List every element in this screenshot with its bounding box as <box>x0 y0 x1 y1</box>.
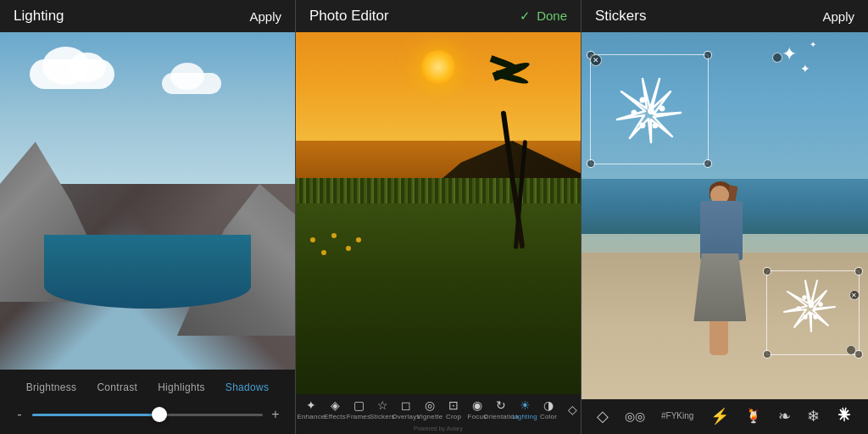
orientation-icon: ↻ <box>496 399 506 411</box>
flower-3 <box>331 233 337 238</box>
slider-fill <box>32 414 159 416</box>
cloud-2 <box>162 73 221 94</box>
effects-label: Effects <box>324 413 346 420</box>
sharpen-icon: ◇ <box>568 403 577 415</box>
beach2-sky <box>581 32 868 198</box>
stickers-icon: ☆ <box>377 399 388 411</box>
palm-area <box>487 50 538 249</box>
slider-row: - + <box>0 407 295 422</box>
vignette-label: Vignette <box>417 413 443 420</box>
sticker-tool-glasses[interactable]: ◎◎ <box>625 410 645 422</box>
tool-crop[interactable]: ⊡ Crop <box>442 399 465 420</box>
vignette-icon: ◎ <box>425 399 435 411</box>
photo-editor-header: Photo Editor ✓ Done <box>296 0 581 32</box>
tool-color[interactable]: ◑ Color <box>537 399 560 420</box>
slider-thumb[interactable] <box>152 407 167 422</box>
editor-toolbar: ✦ Enhance ◈ Effects ▢ Frames ☆ Stickers … <box>296 394 581 424</box>
stickers-header: Stickers Apply <box>581 0 868 32</box>
stickers-title: Stickers <box>595 8 646 25</box>
color-icon: ◑ <box>543 399 554 411</box>
lighting-header: Lighting Apply <box>0 0 295 32</box>
adjustment-tabs: Brightness Contrast Highlights Shadows <box>0 378 295 397</box>
tool-enhance[interactable]: ✦ Enhance <box>299 399 323 420</box>
overlays-icon: ◻ <box>401 399 411 411</box>
sticker-tool-hashtag[interactable]: #FYKing <box>661 412 693 420</box>
flower-4 <box>346 246 351 251</box>
crop-label: Crop <box>446 413 461 420</box>
lighting-apply-button[interactable]: Apply <box>249 9 281 24</box>
lighting-photo <box>0 32 295 370</box>
lighting-label-tool: Lighting <box>512 413 537 420</box>
tool-lighting[interactable]: ☀ Lighting <box>513 399 537 420</box>
lighting-panel: Lighting Apply Brightness Contrast Highl… <box>0 0 295 434</box>
flower-5 <box>356 237 361 242</box>
photo-editor-panel: Photo Editor ✓ Done <box>295 0 581 434</box>
frames-label: Frames <box>347 413 370 420</box>
person-body <box>700 201 743 260</box>
flowers-area <box>296 224 438 267</box>
fjord-background <box>0 32 295 370</box>
stickers-panel: Stickers Apply <box>581 0 868 434</box>
done-checkmark-icon: ✓ <box>520 8 531 23</box>
stickers-photo: ✦ ✦ ✦ ✕ <box>581 32 868 399</box>
beach-photo <box>296 32 581 394</box>
sticker-tool-cocktail[interactable]: 🍹 <box>745 409 762 423</box>
frames-icon: ▢ <box>353 399 364 411</box>
lighting-controls: Brightness Contrast Highlights Shadows -… <box>0 370 295 434</box>
sticker-toolbar: ◇ ◎◎ #FYKing ⚡ 🍹 ❧ ❄ <box>581 399 868 434</box>
tool-vignette[interactable]: ◎ Vignette <box>418 399 442 420</box>
tool-effects[interactable]: ◈ Effects <box>323 399 347 420</box>
tab-shadows[interactable]: Shadows <box>215 378 279 397</box>
effects-icon: ◈ <box>331 399 340 411</box>
sticker-tool-starfish[interactable] <box>836 406 853 426</box>
flower-1 <box>310 237 315 242</box>
crop-icon: ⊡ <box>448 399 459 411</box>
lighting-title: Lighting <box>14 8 64 25</box>
tab-contrast[interactable]: Contrast <box>86 378 147 397</box>
beach2-background: ✦ ✦ ✦ ✕ <box>581 32 868 399</box>
person-legs <box>709 321 728 355</box>
sticker-tool-lightning[interactable]: ⚡ <box>710 409 729 424</box>
cloud-1 <box>30 59 114 89</box>
tool-frames[interactable]: ▢ Frames <box>347 399 370 420</box>
tab-brightness[interactable]: Brightness <box>16 378 87 397</box>
tool-sharpen[interactable]: ◇ <box>560 403 581 417</box>
sticker-tool-diamond[interactable]: ◇ <box>597 409 609 424</box>
slider-max-label: + <box>270 407 281 422</box>
photo-editor-done-button[interactable]: ✓ Done <box>520 8 567 24</box>
photo-editor-title: Photo Editor <box>309 8 389 25</box>
tool-orientation[interactable]: ↻ Orientation <box>489 399 513 420</box>
sticker-tool-feather[interactable]: ❧ <box>778 409 791 424</box>
flower-2 <box>321 250 326 255</box>
stickers-apply-button[interactable]: Apply <box>822 9 854 24</box>
fjord-water <box>44 235 251 309</box>
tab-highlights[interactable]: Highlights <box>147 378 215 397</box>
color-label: Color <box>540 413 557 420</box>
person <box>690 186 758 355</box>
sticker-tool-snowflake[interactable]: ❄ <box>807 409 820 424</box>
beach-background <box>296 32 581 394</box>
enhance-label: Enhance <box>298 413 326 420</box>
enhance-icon: ✦ <box>306 399 316 411</box>
lighting-icon: ☀ <box>520 399 531 411</box>
beach-sun <box>421 50 455 84</box>
slider-track[interactable] <box>32 414 263 416</box>
person-skirt <box>693 253 746 321</box>
focus-icon: ◉ <box>472 399 482 411</box>
powered-by-label: Powered by Aviary <box>296 424 581 434</box>
tool-stickers[interactable]: ☆ Stickers <box>370 399 394 420</box>
slider-min-label: - <box>14 407 25 422</box>
tool-overlays[interactable]: ◻ Overlays <box>394 399 418 420</box>
